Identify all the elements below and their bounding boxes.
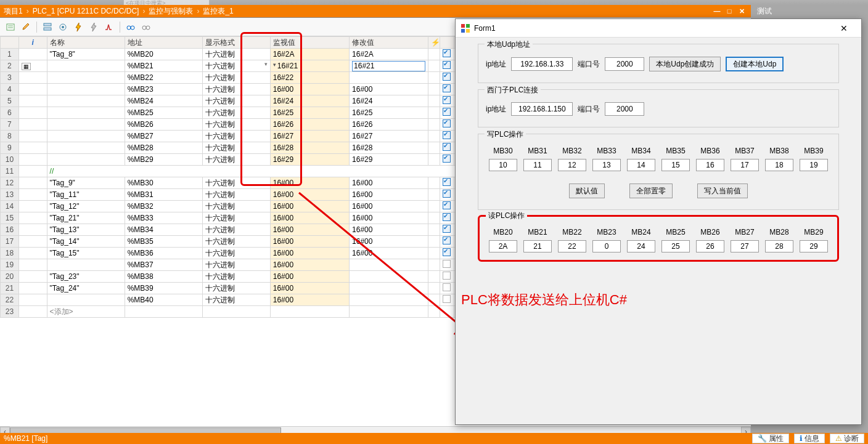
chk-cell[interactable]	[440, 154, 454, 166]
col-fmt[interactable]: 显示格式	[202, 37, 270, 49]
tb-edit-icon[interactable]	[19, 20, 33, 34]
fmt-cell[interactable]: 十六进制	[202, 259, 270, 271]
read-mb-input[interactable]	[523, 240, 552, 252]
chk-cell[interactable]	[440, 212, 454, 224]
col-modval[interactable]: 修改值	[350, 37, 428, 49]
write-mb-input[interactable]	[627, 159, 655, 171]
crumb-0[interactable]: 项目1	[4, 6, 23, 17]
chk-cell[interactable]	[440, 142, 454, 154]
modval-cell[interactable]: 16#29	[350, 154, 428, 166]
modval-cell[interactable]: 16#00	[350, 224, 428, 236]
addr-cell[interactable]: %MB38	[125, 271, 202, 283]
rownum-cell[interactable]: 4	[1, 84, 19, 95]
window-close-icon[interactable]: ✕	[736, 7, 747, 15]
modval-cell[interactable]	[350, 271, 428, 283]
read-mb-input[interactable]	[696, 240, 724, 252]
tb-glasses-icon[interactable]	[124, 20, 137, 34]
rownum-cell[interactable]: 12	[1, 177, 19, 189]
write-mb-input[interactable]	[731, 159, 759, 171]
chk-cell[interactable]	[440, 271, 454, 283]
chk-cell[interactable]	[440, 107, 454, 119]
write-mb-input[interactable]	[696, 159, 724, 171]
write-mb-input[interactable]	[489, 159, 517, 171]
tb-bolt-icon[interactable]	[72, 20, 85, 34]
write-mb-input[interactable]	[800, 159, 828, 171]
fmt-cell[interactable]: 十六进制	[202, 49, 270, 60]
chk-cell[interactable]	[440, 236, 454, 248]
modval-cell[interactable]: 16#00	[350, 201, 428, 212]
udp-port-input[interactable]	[605, 57, 644, 71]
tb-bolt2-icon[interactable]	[87, 20, 100, 34]
addr-cell[interactable]: %MB22	[125, 72, 202, 84]
addr-cell[interactable]: %MB35	[125, 236, 202, 248]
udp-ip-input[interactable]	[511, 57, 573, 71]
fmt-cell[interactable]: 十六进制	[202, 119, 270, 131]
modval-cell[interactable]: 16#25	[350, 107, 428, 119]
fmt-cell[interactable]: 十六进制	[202, 248, 270, 259]
name-cell[interactable]: "Tag_13"	[47, 224, 125, 236]
rownum-cell[interactable]: 17	[1, 236, 19, 248]
fmt-cell[interactable]: 十六进制	[202, 236, 270, 248]
rownum-cell[interactable]: 16	[1, 224, 19, 236]
modval-cell[interactable]: 16#00	[350, 212, 428, 224]
window-max-icon[interactable]: □	[724, 7, 735, 15]
write-mb-input[interactable]	[765, 159, 793, 171]
rownum-cell[interactable]: 11	[1, 166, 19, 177]
plc-port-input[interactable]	[605, 102, 644, 116]
rownum-cell[interactable]: 8	[1, 131, 19, 142]
chk-cell[interactable]	[440, 49, 454, 60]
rownum-cell[interactable]: 2	[1, 60, 19, 72]
write-mb-input[interactable]	[558, 159, 586, 171]
addr-cell[interactable]: %MB36	[125, 248, 202, 259]
name-cell[interactable]	[47, 119, 125, 131]
read-mb-input[interactable]	[765, 240, 793, 252]
fmt-cell[interactable]: 十六进制	[202, 107, 270, 119]
modval-cell[interactable]	[350, 60, 428, 72]
tb-trigger-icon[interactable]	[102, 20, 116, 34]
rownum-cell[interactable]: 7	[1, 119, 19, 131]
addr-cell[interactable]: %MB32	[125, 201, 202, 212]
fmt-cell[interactable]: 十六进制	[202, 95, 270, 107]
read-mb-input[interactable]	[627, 240, 655, 252]
fmt-cell[interactable]: 十六进制	[202, 142, 270, 154]
rownum-cell[interactable]: 19	[1, 259, 19, 271]
addr-cell[interactable]: %MB20	[125, 49, 202, 60]
udp-create-button[interactable]: 创建本地Udp	[726, 57, 784, 71]
name-cell[interactable]	[47, 142, 125, 154]
write-zero-button[interactable]: 全部置零	[629, 184, 673, 198]
rownum-cell[interactable]: 21	[1, 283, 19, 294]
write-mb-input[interactable]	[661, 159, 690, 171]
rownum-cell[interactable]: 3	[1, 72, 19, 84]
chk-cell[interactable]	[440, 119, 454, 131]
chk-cell[interactable]	[440, 131, 454, 142]
col-bolt[interactable]: ⚡	[428, 37, 440, 49]
read-mb-input[interactable]	[489, 240, 517, 252]
tb-monitor-icon[interactable]	[56, 20, 70, 34]
rownum-cell[interactable]: 14	[1, 201, 19, 212]
addr-cell[interactable]: %MB25	[125, 107, 202, 119]
name-cell[interactable]: "Tag_8"	[47, 49, 125, 60]
modval-input[interactable]	[352, 61, 425, 71]
modval-cell[interactable]	[350, 294, 428, 306]
tb-learn-icon[interactable]	[4, 20, 17, 34]
rownum-cell[interactable]: 15	[1, 212, 19, 224]
addr-cell[interactable]: %MB29	[125, 154, 202, 166]
rownum-cell[interactable]: 1	[1, 49, 19, 60]
chk-cell[interactable]	[440, 60, 454, 72]
fmt-cell[interactable]: 十六进制	[202, 189, 270, 201]
rownum-cell[interactable]: 6	[1, 107, 19, 119]
rownum-cell[interactable]: 9	[1, 142, 19, 154]
rownum-cell[interactable]: 13	[1, 189, 19, 201]
rownum-cell[interactable]: 18	[1, 248, 19, 259]
col-chk[interactable]	[440, 37, 454, 49]
fmt-cell[interactable]: 十六进制	[202, 212, 270, 224]
chk-cell[interactable]	[440, 201, 454, 212]
modval-cell[interactable]: 16#28	[350, 142, 428, 154]
name-cell[interactable]	[47, 107, 125, 119]
read-mb-input[interactable]	[558, 240, 586, 252]
window-min-icon[interactable]: —	[711, 7, 723, 15]
crumb-1[interactable]: PLC_1 [CPU 1211C DC/DC/DC]	[33, 7, 139, 15]
modval-cell[interactable]: 16#00	[350, 84, 428, 95]
chk-cell[interactable]	[440, 248, 454, 259]
write-default-button[interactable]: 默认值	[569, 184, 605, 198]
